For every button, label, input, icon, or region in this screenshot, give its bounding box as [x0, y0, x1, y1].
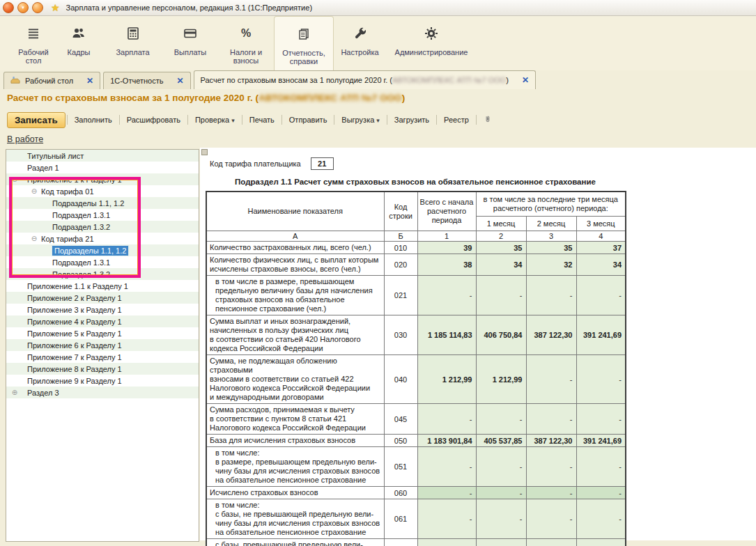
tree-item-appendix-2[interactable]: Приложение 2 к Разделу 1: [6, 292, 199, 304]
ribbon-section-salary[interactable]: Зарплата: [103, 16, 162, 70]
tab-1c-reporting[interactable]: 1С-Отчетность ✕: [103, 72, 190, 89]
tree-item-title-page[interactable]: Титульный лист: [6, 150, 199, 162]
tab-insurance-report[interactable]: Расчет по страховым взносам за 1 полугод…: [194, 70, 537, 89]
window-titlebar: ▾ ★ Зарплата и управление персоналом, ре…: [0, 0, 756, 16]
form-anchor-icon: [201, 149, 208, 155]
window-button[interactable]: [32, 2, 43, 13]
ribbon-section-label: Рабочий стол: [13, 48, 54, 65]
tree-item-section-1[interactable]: Раздел 1: [6, 162, 199, 173]
tree-toggle-icon[interactable]: ⊕: [10, 389, 19, 396]
ribbon-section-payments[interactable]: Выплаты: [162, 16, 218, 70]
export-button[interactable]: Выгрузка▾: [336, 114, 385, 126]
menu-icon: [26, 25, 40, 42]
tab-label: Рабочий стол: [25, 77, 73, 85]
send-button[interactable]: Отправить: [284, 114, 333, 126]
tab-bar: Рабочий стол ✕ 1С-Отчетность ✕ Расчет по…: [0, 70, 756, 89]
card-icon: [183, 25, 197, 42]
tree-item-tariff-01[interactable]: ⊖Код тарифа 01: [6, 185, 199, 197]
report-form-panel: Код тарифа плательщика 21 Подраздел 1.1 …: [200, 148, 756, 540]
tab-label: 1С-Отчетность: [110, 77, 163, 85]
gear-icon: [424, 25, 438, 42]
ribbon-section-label: Зарплата: [116, 48, 149, 56]
col-header-month-2: 2 месяц: [526, 217, 576, 231]
tree-toggle-icon[interactable]: ⊖: [30, 235, 38, 242]
tree-item-subsections-11-12-selected[interactable]: Подразделы 1.1, 1.2: [6, 244, 199, 256]
app-menu-button[interactable]: [3, 2, 14, 13]
fill-button[interactable]: Заполнить: [69, 114, 118, 126]
save-button[interactable]: Записать: [7, 112, 65, 128]
table-row: База для исчисления страховых взносов 05…: [206, 435, 626, 447]
ribbon-section-label: Кадры: [68, 48, 91, 56]
wrench-icon: [353, 25, 367, 42]
redacted-company-name: АВТОКОМПЛЕКС АТП №7 ООО: [259, 93, 402, 103]
registry-button[interactable]: Реестр: [438, 114, 475, 126]
report-sections-tree: Титульный лист Раздел 1 ⊖Приложение 1 к …: [6, 149, 199, 542]
table-row: Исчислено страховых взносов 060 - - - -: [206, 487, 626, 499]
ribbon-section-desktop[interactable]: Рабочий стол: [13, 16, 54, 70]
close-icon[interactable]: ✕: [522, 75, 529, 85]
print-button[interactable]: Печать: [244, 114, 280, 126]
favorites-star-icon[interactable]: ★: [51, 2, 60, 13]
tree-item-appendix-1-1[interactable]: Приложение 1.1 к Разделу 1: [6, 280, 199, 292]
ribbon-section-label: Отчетность, справки: [275, 49, 333, 65]
tree-item-appendix-9[interactable]: Приложение 9 к Разделу 1: [6, 375, 199, 387]
load-button[interactable]: Загрузить: [389, 114, 435, 126]
calculator-icon: [126, 25, 140, 42]
chevron-down-icon: ▾: [231, 117, 235, 124]
tab-desktop[interactable]: Рабочий стол ✕: [3, 72, 100, 89]
ribbon: Рабочий стол Кадры Зарплата Выплаты % На…: [0, 16, 756, 70]
tree-item-appendix-6[interactable]: Приложение 6 к Разделу 1: [6, 339, 199, 351]
window-title: Зарплата и управление персоналом, редакц…: [66, 3, 312, 12]
ribbon-section-label: Выплаты: [174, 48, 206, 56]
people-icon: [72, 25, 86, 42]
tree-item-appendix-8[interactable]: Приложение 8 к Разделу 1: [6, 363, 199, 375]
insurance-contributions-table: Наименование показателя Код строки Всего…: [206, 191, 626, 546]
check-button[interactable]: Проверка▾: [190, 114, 240, 126]
page-title: Расчет по страховым взносам за 1 полугод…: [7, 93, 405, 103]
window-dropdown-button[interactable]: ▾: [17, 2, 29, 13]
ribbon-section-label: Налоги и взносы: [218, 48, 274, 65]
tree-item-subsection-132[interactable]: Подраздел 1.3.2: [6, 268, 199, 280]
ribbon-section-administration[interactable]: Администрирование: [386, 16, 477, 70]
ribbon-section-hr[interactable]: Кадры: [54, 16, 103, 70]
ribbon-section-taxes[interactable]: % Налоги и взносы: [218, 16, 274, 70]
close-icon[interactable]: ✕: [176, 76, 183, 86]
col-header-total: Всего с начала расчетного периода: [417, 192, 476, 231]
ribbon-section-reports[interactable]: Отчетность, справки: [274, 16, 334, 70]
table-row: Количество физических лиц, с выплат кото…: [206, 254, 626, 276]
tree-toggle-icon[interactable]: ⊖: [30, 187, 38, 195]
close-icon[interactable]: ✕: [86, 76, 93, 86]
table-row: Сумма расходов, принимаемая к вычету в с…: [206, 404, 626, 435]
table-row: в том числе в размере, превышающем преде…: [206, 276, 626, 315]
tree-item-appendix-4[interactable]: Приложение 4 к Разделу 1: [6, 315, 199, 327]
tree-item-subsection-131[interactable]: Подраздел 1.3.1: [6, 256, 199, 268]
attachment-button[interactable]: [478, 112, 497, 127]
decrypt-button[interactable]: Расшифровать: [121, 114, 186, 126]
tree-item-tariff-21[interactable]: ⊖Код тарифа 21: [6, 233, 199, 244]
tariff-code-label: Код тарифа плательщика: [210, 159, 301, 168]
tab-label: Расчет по страховым взносам за 1 полугод…: [201, 76, 509, 84]
table-row: с базы, превышающей предельную вели- чин…: [206, 539, 626, 546]
status-link[interactable]: В работе: [7, 134, 43, 144]
table-row: в том числе: с базы, не превышающей пред…: [206, 499, 626, 539]
tree-toggle-icon[interactable]: ⊖: [10, 176, 19, 183]
ribbon-section-settings[interactable]: Настройка: [334, 16, 386, 70]
svg-text:%: %: [241, 27, 251, 39]
ribbon-section-label: Администрирование: [395, 48, 468, 56]
column-letter-row: АБ1234: [206, 231, 626, 242]
tariff-code-row: Код тарифа плательщика 21: [210, 157, 334, 170]
tree-item-appendix-3[interactable]: Приложение 3 к Разделу 1: [6, 304, 199, 315]
reports-icon: [297, 26, 311, 42]
tree-item-appendix-7[interactable]: Приложение 7 к Разделу 1: [6, 351, 199, 363]
subsection-title: Подраздел 1.1 Расчет сумм страховых взно…: [206, 178, 625, 186]
table-row: Сумма выплат и иных вознаграждений, начи…: [206, 315, 626, 355]
percent-icon: %: [239, 25, 253, 42]
tree-item-section-3[interactable]: ⊕Раздел 3: [6, 387, 199, 398]
tariff-code-field[interactable]: 21: [311, 157, 334, 170]
tree-item-subsection-131[interactable]: Подраздел 1.3.1: [6, 209, 199, 221]
table-row: Сумма, не подлежащая обложению страховым…: [206, 355, 626, 404]
tree-item-subsection-132[interactable]: Подраздел 1.3.2: [6, 221, 199, 233]
tree-item-appendix-5[interactable]: Приложение 5 к Разделу 1: [6, 327, 199, 339]
tree-item-appendix-1[interactable]: ⊖Приложение 1 к Разделу 1: [6, 173, 199, 185]
tree-item-subsections-11-12[interactable]: Подразделы 1.1, 1.2: [6, 197, 199, 209]
